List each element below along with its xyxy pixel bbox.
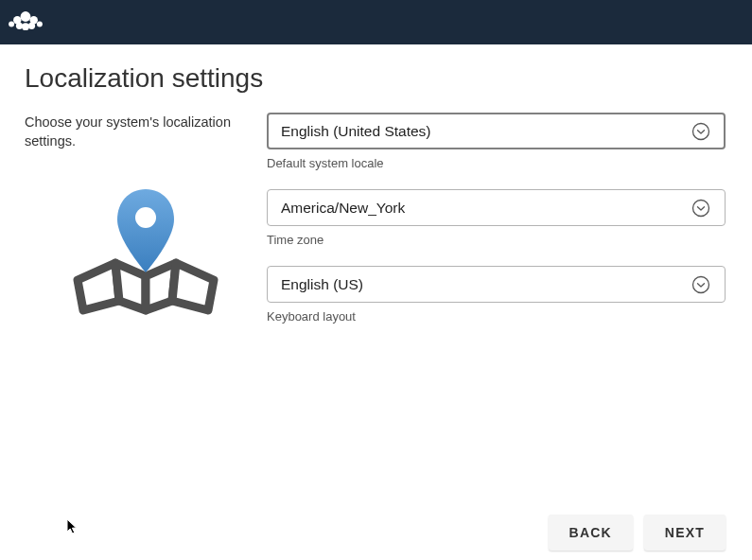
- keyboard-label: Keyboard layout: [267, 309, 726, 324]
- svg-point-6: [28, 22, 35, 28]
- back-button[interactable]: BACK: [549, 515, 633, 551]
- svg-point-8: [135, 207, 156, 228]
- chevron-down-icon: [691, 198, 711, 219]
- svg-point-11: [693, 276, 709, 292]
- timezone-select-value: America/New_York: [281, 200, 691, 217]
- chevron-down-icon: [691, 274, 711, 295]
- svg-point-7: [22, 23, 29, 30]
- app-header: [0, 0, 752, 44]
- keyboard-select[interactable]: English (US): [267, 266, 726, 303]
- timezone-select[interactable]: America/New_York: [267, 189, 726, 226]
- mouse-cursor-icon: [66, 518, 79, 539]
- svg-point-4: [37, 21, 43, 26]
- locale-label: Default system locale: [267, 156, 726, 170]
- svg-point-9: [693, 123, 709, 139]
- page-subtitle: Choose your system's localization settin…: [25, 113, 267, 151]
- next-button[interactable]: NEXT: [644, 515, 726, 551]
- locale-select[interactable]: English (United States): [267, 113, 726, 149]
- svg-point-3: [9, 21, 14, 26]
- localization-illustration: [25, 178, 267, 320]
- locale-select-value: English (United States): [281, 123, 691, 140]
- page-title: Localization settings: [0, 44, 752, 94]
- svg-point-5: [16, 22, 23, 28]
- svg-point-0: [21, 11, 31, 22]
- chevron-down-icon: [691, 121, 711, 142]
- owncloud-logo-icon: [8, 10, 44, 35]
- svg-point-10: [693, 200, 709, 216]
- timezone-label: Time zone: [267, 233, 726, 247]
- keyboard-select-value: English (US): [281, 276, 691, 293]
